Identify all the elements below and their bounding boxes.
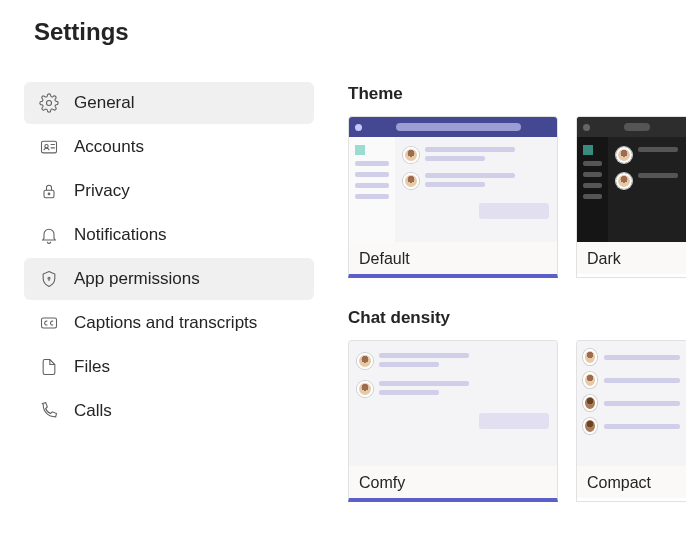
sidebar-item-accounts[interactable]: Accounts bbox=[24, 126, 314, 168]
theme-option-default[interactable]: Default bbox=[348, 116, 558, 278]
sidebar-item-privacy[interactable]: Privacy bbox=[24, 170, 314, 212]
sidebar-item-label: Privacy bbox=[74, 181, 130, 201]
theme-options: Default Dark bbox=[348, 116, 700, 278]
svg-point-2 bbox=[45, 145, 48, 148]
chat-density-options: Comfy Compact bbox=[348, 340, 700, 502]
sidebar-item-notifications[interactable]: Notifications bbox=[24, 214, 314, 256]
id-card-icon bbox=[38, 136, 60, 158]
theme-preview-dark bbox=[577, 117, 686, 242]
svg-rect-3 bbox=[44, 190, 54, 198]
phone-icon bbox=[38, 400, 60, 422]
sidebar-item-general[interactable]: General bbox=[24, 82, 314, 124]
svg-rect-1 bbox=[42, 141, 57, 153]
svg-rect-6 bbox=[42, 318, 57, 328]
density-option-compact[interactable]: Compact bbox=[576, 340, 686, 502]
shield-icon bbox=[38, 268, 60, 290]
sidebar-item-label: Files bbox=[74, 357, 110, 377]
density-option-label: Compact bbox=[577, 466, 686, 498]
theme-section-title: Theme bbox=[348, 84, 700, 104]
sidebar-item-app-permissions[interactable]: App permissions bbox=[24, 258, 314, 300]
theme-preview-default bbox=[349, 117, 557, 242]
settings-sidebar: General Accounts Privacy Notifications A bbox=[24, 82, 314, 532]
page-title: Settings bbox=[34, 18, 700, 46]
cc-icon bbox=[38, 312, 60, 334]
density-preview-compact bbox=[577, 341, 686, 466]
sidebar-item-label: App permissions bbox=[74, 269, 200, 289]
theme-option-label: Default bbox=[349, 242, 557, 274]
sidebar-item-calls[interactable]: Calls bbox=[24, 390, 314, 432]
sidebar-item-label: Accounts bbox=[74, 137, 144, 157]
sidebar-item-label: Captions and transcripts bbox=[74, 313, 257, 333]
sidebar-item-label: Calls bbox=[74, 401, 112, 421]
sidebar-item-files[interactable]: Files bbox=[24, 346, 314, 388]
file-icon bbox=[38, 356, 60, 378]
theme-option-label: Dark bbox=[577, 242, 686, 274]
svg-point-4 bbox=[48, 193, 50, 195]
svg-point-0 bbox=[47, 101, 52, 106]
chat-density-section-title: Chat density bbox=[348, 308, 700, 328]
svg-point-5 bbox=[48, 277, 50, 279]
gear-icon bbox=[38, 92, 60, 114]
settings-main: Theme Default bbox=[348, 82, 700, 532]
theme-option-dark[interactable]: Dark bbox=[576, 116, 686, 278]
sidebar-item-label: General bbox=[74, 93, 134, 113]
density-option-label: Comfy bbox=[349, 466, 557, 498]
sidebar-item-label: Notifications bbox=[74, 225, 167, 245]
density-preview-comfy bbox=[349, 341, 557, 466]
bell-icon bbox=[38, 224, 60, 246]
density-option-comfy[interactable]: Comfy bbox=[348, 340, 558, 502]
lock-icon bbox=[38, 180, 60, 202]
sidebar-item-captions[interactable]: Captions and transcripts bbox=[24, 302, 314, 344]
